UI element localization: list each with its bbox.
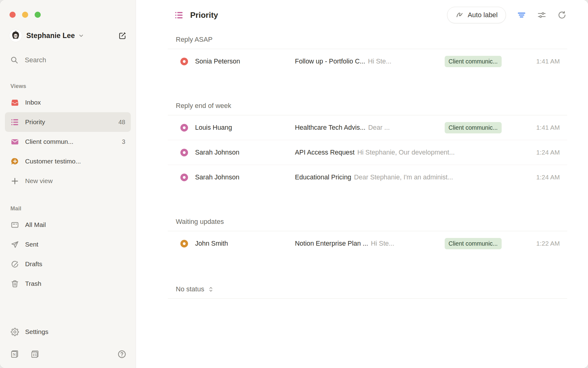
- sidebar-item-label: New view: [25, 177, 53, 185]
- sidebar-item-label: Sent: [25, 241, 38, 248]
- email-snippet: Dear ...: [368, 124, 440, 132]
- section-title: Reply ASAP: [176, 36, 567, 44]
- email-row[interactable]: Sarah Johnson Educational Pricing Dear S…: [168, 165, 567, 190]
- email-snippet: Hi Ste...: [371, 240, 440, 247]
- item-count: 48: [119, 119, 125, 126]
- close-window-button[interactable]: [9, 12, 16, 18]
- display-settings-sliders-icon[interactable]: [537, 10, 546, 20]
- trash-icon: [10, 280, 19, 288]
- email-subject: Educational Pricing: [295, 174, 351, 181]
- email-time: 1:41 AM: [523, 58, 560, 65]
- email-snippet: Dear Stephanie, I'm an administ...: [354, 174, 502, 181]
- views-section-label: Views: [10, 83, 136, 90]
- email-subject: Follow up - Portfolio C...: [295, 58, 365, 65]
- envelope-icon: [10, 138, 19, 146]
- sidebar-item-trash[interactable]: Trash: [5, 274, 131, 293]
- inbox-icon: [10, 98, 19, 107]
- email-snippet: Hi Ste...: [368, 58, 440, 65]
- calendar-app-icon[interactable]: 15: [30, 350, 40, 359]
- sidebar: Stephanie Lee Search Views: [0, 0, 136, 368]
- priority-list-icon: [175, 11, 183, 20]
- email-snippet: Hi Stephanie, Our development...: [357, 149, 502, 156]
- minimize-window-button[interactable]: [22, 12, 28, 18]
- status-dot: [180, 124, 188, 132]
- mail-section-label: Mail: [10, 205, 136, 212]
- email-row[interactable]: John Smith Notion Enterprise Plan ... Hi…: [168, 231, 567, 256]
- section-reply-end-of-week: Reply end of week Louis Huang Healthcare…: [168, 102, 567, 190]
- email-time: 1:41 AM: [523, 124, 560, 131]
- sidebar-item-label: Customer testimo...: [25, 158, 81, 165]
- email-label-badge: Client communic...: [445, 122, 502, 133]
- sidebar-item-settings[interactable]: Settings: [5, 322, 131, 342]
- sidebar-item-label: Trash: [25, 280, 41, 287]
- email-list: Reply ASAP Sonia Peterson Follow up - Po…: [136, 30, 588, 368]
- email-sender: Sarah Johnson: [195, 149, 295, 156]
- sidebar-item-new-view[interactable]: New view: [5, 171, 131, 191]
- sidebar-item-drafts[interactable]: Drafts: [5, 254, 131, 274]
- page-title: Priority: [190, 10, 218, 20]
- auto-label-button-label: Auto label: [468, 11, 498, 19]
- zoom-window-button[interactable]: [35, 12, 41, 18]
- sidebar-item-client-communications[interactable]: Client commun... 3: [5, 132, 131, 151]
- status-dot: [180, 174, 188, 181]
- chevron-down-icon: [78, 33, 84, 39]
- section-no-status: No status: [168, 285, 567, 299]
- no-status-toggle[interactable]: No status: [176, 285, 567, 293]
- notion-app-icon[interactable]: N: [10, 350, 19, 359]
- search-label: Search: [25, 56, 46, 64]
- sidebar-item-inbox[interactable]: Inbox: [5, 93, 131, 112]
- main-panel: Priority Auto label: [136, 0, 588, 368]
- svg-text:N: N: [13, 352, 16, 357]
- avatar: [9, 29, 22, 42]
- sidebar-footer: N 15: [0, 350, 136, 368]
- sidebar-item-label: All Mail: [25, 221, 46, 228]
- gear-icon: [10, 328, 19, 336]
- compose-icon[interactable]: [118, 32, 126, 40]
- section-title: Reply end of week: [176, 102, 567, 110]
- drafts-icon: [10, 260, 19, 268]
- search-icon: [10, 56, 18, 64]
- email-subject: Notion Enterprise Plan ...: [295, 240, 368, 247]
- section-waiting-updates: Waiting updates John Smith Notion Enterp…: [168, 218, 567, 256]
- auto-label-wand-icon: [455, 11, 463, 19]
- email-row[interactable]: Louis Huang Healthcare Tech Advis... Dea…: [168, 115, 567, 140]
- svg-text:15: 15: [33, 353, 36, 357]
- email-sender: Sonia Peterson: [195, 58, 295, 65]
- auto-label-button[interactable]: Auto label: [447, 7, 506, 23]
- testimonial-chat-icon: [10, 157, 19, 166]
- sidebar-item-all-mail[interactable]: All Mail: [5, 215, 131, 235]
- email-time: 1:22 AM: [523, 240, 560, 247]
- app-window: Stephanie Lee Search Views: [0, 0, 588, 368]
- section-title: Waiting updates: [176, 218, 567, 226]
- refresh-icon[interactable]: [557, 10, 567, 20]
- help-icon[interactable]: [117, 350, 126, 359]
- sent-icon: [10, 240, 19, 249]
- window-controls: [0, 0, 136, 18]
- status-dot: [180, 149, 188, 156]
- plus-icon: [10, 177, 19, 185]
- email-subject: API Access Request: [295, 149, 355, 156]
- account-switcher[interactable]: Stephanie Lee: [9, 29, 126, 42]
- sidebar-item-customer-testimonials[interactable]: Customer testimo...: [5, 151, 131, 171]
- header-actions: Auto label: [447, 7, 567, 23]
- sidebar-item-priority[interactable]: Priority 48: [5, 112, 131, 132]
- email-sender: Sarah Johnson: [195, 174, 295, 181]
- email-row[interactable]: Sonia Peterson Follow up - Portfolio C..…: [168, 49, 567, 74]
- email-label-badge: Client communic...: [445, 238, 502, 249]
- search-button[interactable]: Search: [10, 56, 131, 64]
- sidebar-item-label: Priority: [25, 118, 45, 126]
- no-status-label: No status: [176, 285, 204, 293]
- email-sender: John Smith: [195, 240, 295, 247]
- email-subject: Healthcare Tech Advis...: [295, 124, 365, 132]
- email-row[interactable]: Sarah Johnson API Access Request Hi Step…: [168, 140, 567, 165]
- sidebar-item-label: Settings: [25, 328, 48, 335]
- email-sender: Louis Huang: [195, 124, 295, 132]
- priority-list-icon: [10, 118, 19, 126]
- item-count: 3: [122, 138, 125, 145]
- filter-icon[interactable]: [517, 10, 526, 20]
- status-dot: [180, 240, 188, 247]
- sidebar-item-sent[interactable]: Sent: [5, 235, 131, 254]
- mail-nav: All Mail Sent Drafts: [0, 215, 136, 293]
- sort-updown-icon: [208, 286, 214, 292]
- status-dot: [180, 58, 188, 65]
